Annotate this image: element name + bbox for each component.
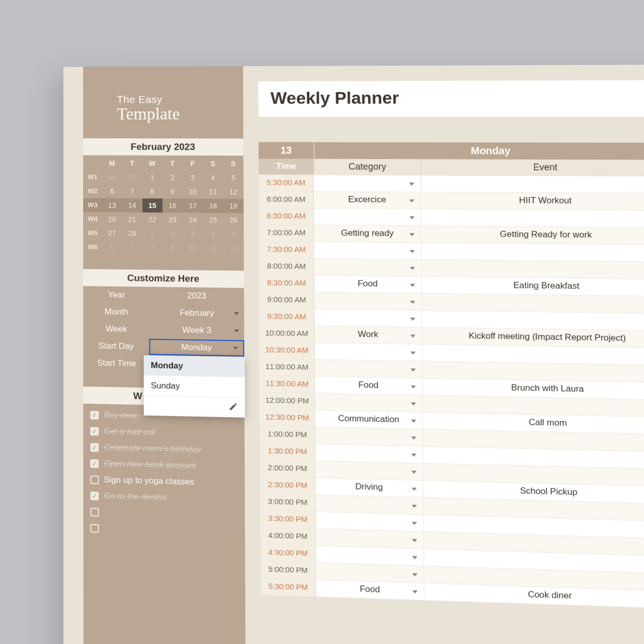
calendar-day[interactable]: 5 <box>223 171 243 185</box>
calendar-day[interactable]: 21 <box>122 213 143 227</box>
category-cell[interactable] <box>314 175 421 192</box>
calendar-day[interactable]: 8 <box>142 184 162 199</box>
category-cell[interactable] <box>315 309 422 327</box>
calendar-day[interactable]: 3 <box>183 227 203 241</box>
checkbox[interactable] <box>90 475 99 484</box>
calendar-day[interactable]: 12 <box>223 185 243 199</box>
category-cell[interactable]: Food <box>314 275 422 293</box>
category-cell[interactable] <box>315 292 422 310</box>
calendar-day[interactable]: 5 <box>223 227 244 241</box>
category-cell[interactable] <box>315 427 423 446</box>
calendar-day[interactable]: 16 <box>162 199 183 213</box>
calendar-day[interactable]: 10 <box>182 185 203 199</box>
category-cell[interactable] <box>316 546 425 566</box>
event-cell[interactable]: Eating Breakfast <box>422 277 644 296</box>
calendar-day[interactable]: 6 <box>102 240 122 255</box>
category-cell[interactable]: Excercice <box>314 192 422 209</box>
calendar-day[interactable]: 18 <box>203 199 223 213</box>
category-cell[interactable] <box>314 242 422 260</box>
category-cell[interactable]: Driving <box>316 478 424 497</box>
calendar-day[interactable]: 6 <box>102 184 122 198</box>
category-cell[interactable] <box>316 512 424 531</box>
pencil-icon <box>229 402 238 411</box>
customize-value-week[interactable]: Week 3 <box>150 324 244 336</box>
calendar-day[interactable]: 22 <box>142 213 162 227</box>
checkbox[interactable] <box>90 508 99 517</box>
calendar-day[interactable]: 10 <box>183 241 203 255</box>
category-cell[interactable] <box>315 393 423 412</box>
customize-value-year[interactable]: 2023 <box>150 290 244 302</box>
time-cell: 9:00:00 AM <box>259 292 315 309</box>
category-cell[interactable]: Getting ready <box>314 225 422 243</box>
event-cell[interactable]: HIIT Workout <box>421 192 644 210</box>
category-cell[interactable] <box>315 360 423 378</box>
category-cell[interactable]: Food <box>315 376 423 395</box>
calendar-day[interactable]: 3 <box>182 170 203 185</box>
category-cell[interactable]: Food <box>316 580 425 600</box>
event-cell[interactable]: Getting Ready for work <box>422 226 644 244</box>
calendar-day[interactable]: 30 <box>102 170 122 184</box>
calendar-day[interactable]: 1 <box>142 226 162 241</box>
calendar-day[interactable]: 28 <box>122 226 143 241</box>
calendar-day[interactable]: 15 <box>142 199 162 213</box>
calendar-day[interactable]: 8 <box>142 241 162 255</box>
checkbox[interactable]: ✓ <box>90 491 99 500</box>
category-cell[interactable] <box>316 563 425 583</box>
event-cell[interactable] <box>422 294 644 314</box>
checkbox[interactable]: ✓ <box>90 427 99 435</box>
calendar-day[interactable]: 12 <box>223 241 244 256</box>
calendar-day[interactable]: 1 <box>142 170 162 184</box>
calendar-day[interactable]: 31 <box>122 170 142 184</box>
event-cell[interactable] <box>421 175 644 193</box>
goals-list: ✓Buy new...✓Get a hair cut✓Celebrate mom… <box>83 404 245 541</box>
calendar-title: February 2023 <box>83 138 243 156</box>
category-cell[interactable]: Work <box>315 326 422 344</box>
calendar-day[interactable]: 11 <box>203 185 223 199</box>
event-cell[interactable] <box>421 209 644 227</box>
calendar-day[interactable]: 7 <box>122 240 143 255</box>
category-cell[interactable] <box>314 209 422 225</box>
time-cell: 8:00:00 AM <box>259 258 315 275</box>
calendar-day[interactable]: 9 <box>162 184 183 199</box>
calendar-day[interactable]: 26 <box>223 213 244 227</box>
customize-value-month[interactable]: February <box>150 308 244 319</box>
checkbox[interactable]: ✓ <box>90 411 99 420</box>
calendar-day[interactable]: 11 <box>203 241 223 256</box>
calendar-day[interactable]: 23 <box>162 213 183 227</box>
category-cell[interactable] <box>314 259 422 276</box>
dropdown-edit-button[interactable] <box>144 396 245 418</box>
calendar-day[interactable]: 25 <box>203 213 223 227</box>
calendar-day[interactable]: 24 <box>183 213 203 227</box>
checkbox[interactable]: ✓ <box>90 443 99 452</box>
time-cell: 2:30:00 PM <box>260 477 316 494</box>
category-cell[interactable] <box>315 343 423 361</box>
calendar-day[interactable]: 4 <box>203 227 223 241</box>
calendar-day[interactable]: 2 <box>162 170 183 185</box>
dropdown-option[interactable]: Monday <box>144 355 245 377</box>
calendar-day[interactable]: 19 <box>223 199 244 213</box>
time-cell: 11:30:00 AM <box>260 376 315 393</box>
checkbox[interactable] <box>90 524 99 533</box>
category-cell[interactable] <box>316 461 424 481</box>
col-category: Category <box>314 159 421 175</box>
calendar-day[interactable]: 7 <box>122 184 142 198</box>
category-cell[interactable] <box>316 529 424 549</box>
calendar-day[interactable]: 20 <box>102 212 122 226</box>
category-cell[interactable] <box>315 444 423 463</box>
category-cell[interactable]: Communication <box>315 410 423 429</box>
calendar-day[interactable]: 17 <box>183 199 203 213</box>
event-cell[interactable] <box>422 243 644 262</box>
chevron-down-icon <box>410 352 416 355</box>
category-cell[interactable] <box>316 495 424 514</box>
event-cell[interactable] <box>422 260 644 279</box>
calendar-day[interactable]: 4 <box>203 170 223 185</box>
start-day-dropdown[interactable]: MondaySunday <box>144 355 245 418</box>
calendar-day[interactable]: 27 <box>102 226 122 241</box>
calendar-day[interactable]: 9 <box>162 241 183 255</box>
checkbox[interactable]: ✓ <box>90 459 99 468</box>
calendar-day[interactable]: 14 <box>122 198 142 213</box>
calendar-day[interactable]: 2 <box>162 227 183 241</box>
calendar-day[interactable]: 13 <box>102 198 122 213</box>
dropdown-option[interactable]: Sunday <box>144 376 245 398</box>
customize-value-start-day[interactable]: Monday <box>149 339 244 357</box>
